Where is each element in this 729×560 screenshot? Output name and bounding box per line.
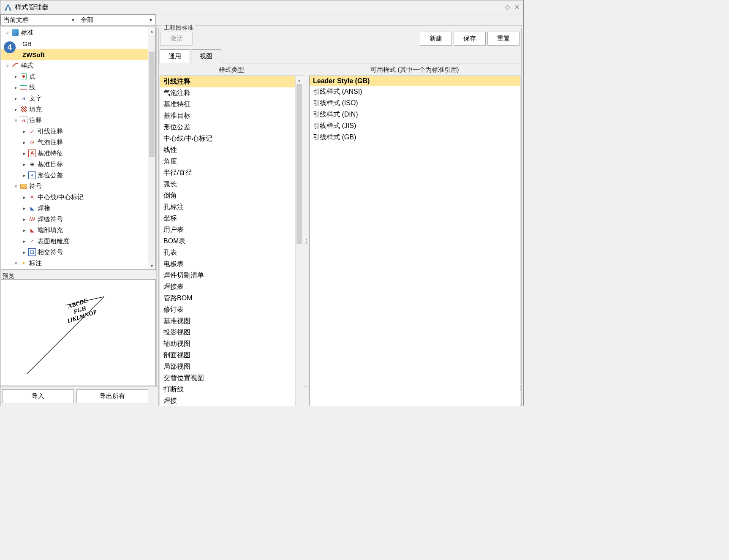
chevron-icon: ▿ bbox=[13, 184, 19, 189]
scroll-thumb[interactable] bbox=[296, 84, 302, 244]
tree-item[interactable]: ▸ꟿ焊缝符号 bbox=[1, 214, 155, 225]
tree-item-label: 端部填充 bbox=[38, 226, 63, 234]
style-type-item[interactable]: 打断线 bbox=[160, 384, 303, 395]
window-title: 样式管理器 bbox=[15, 3, 49, 12]
tree-item[interactable]: ▸A文字 bbox=[1, 93, 155, 104]
tree-item[interactable]: ▸◣端部填充 bbox=[1, 225, 155, 236]
style-type-item[interactable]: 孔标注 bbox=[160, 201, 303, 213]
import-button[interactable]: 导入 bbox=[2, 389, 74, 403]
style-type-item[interactable]: 修订表 bbox=[160, 304, 303, 315]
tree-item[interactable]: ▸填充 bbox=[1, 104, 155, 115]
style-type-list[interactable]: 引线注释气泡注释基准特征基准目标形位公差中心线/中心标记线性角度半径/直径弧长倒… bbox=[160, 76, 303, 406]
close-icon[interactable]: ✕ bbox=[514, 3, 520, 11]
tree-item[interactable]: ▸线 bbox=[1, 82, 155, 93]
tree-item-label: 线 bbox=[29, 84, 35, 92]
style-type-item[interactable]: 角度 bbox=[160, 156, 303, 167]
style-type-item[interactable]: 交替位置视图 bbox=[160, 372, 303, 384]
tree-item[interactable]: ▿A注释 bbox=[1, 115, 155, 126]
style-type-item[interactable]: 中心线/中心标记 bbox=[160, 133, 303, 144]
filter-combo[interactable]: 全部 ▼ bbox=[78, 14, 156, 25]
preview-label: 预览 bbox=[1, 272, 156, 280]
style-type-item[interactable]: 投影视图 bbox=[160, 327, 303, 338]
style-type-item[interactable]: 管路BOM bbox=[160, 293, 303, 304]
tree-item-label: 文字 bbox=[29, 95, 42, 103]
tree-item[interactable]: ▸↙引线注释 bbox=[1, 126, 155, 137]
available-style-item[interactable]: 引线样式 (ANSI) bbox=[310, 86, 520, 98]
style-type-item[interactable]: 局部视图 bbox=[160, 361, 303, 372]
tree-item[interactable]: ▿符号 bbox=[1, 181, 155, 192]
chevron-icon: ▿ bbox=[13, 261, 19, 266]
tree-item-label: 填充 bbox=[29, 106, 42, 114]
style-type-item[interactable]: 半径/直径 bbox=[160, 167, 303, 179]
tab-view[interactable]: 视图 bbox=[191, 49, 221, 63]
tree-item[interactable]: ▸◣焊接 bbox=[1, 203, 155, 214]
tree-scrollbar[interactable]: ▴ ▾ bbox=[148, 27, 155, 269]
tree-item[interactable]: ▸A基准特征 bbox=[1, 148, 155, 159]
style-type-item[interactable]: 孔表 bbox=[160, 247, 303, 258]
style-type-item[interactable]: 剖面视图 bbox=[160, 350, 303, 361]
tree-item[interactable]: ZWSoft bbox=[1, 49, 155, 60]
reset-button[interactable]: 重置 bbox=[487, 32, 520, 46]
activate-button[interactable]: 激活 bbox=[160, 32, 193, 46]
help-icon[interactable]: ◇ bbox=[505, 3, 510, 11]
chevron-icon: ▸ bbox=[13, 74, 19, 79]
style-type-item[interactable]: 焊件切割清单 bbox=[160, 270, 303, 281]
tree-item[interactable]: ▸⌖形位公差 bbox=[1, 170, 155, 181]
style-type-item[interactable]: 弧长 bbox=[160, 179, 303, 190]
tree-item[interactable]: ▸✓表面粗糙度 bbox=[1, 236, 155, 247]
style-manager-window: 样式管理器 ◇ ✕ 当前文档 ▼ 全部 ▼ 4 ▿标准GBZWSoft▿样式▸点… bbox=[0, 0, 524, 406]
style-type-item[interactable]: BOM表 bbox=[160, 236, 303, 247]
style-type-scrollbar[interactable]: ▴ ▾ bbox=[295, 76, 303, 406]
style-type-item[interactable]: 倒角 bbox=[160, 190, 303, 201]
tree-item[interactable]: ▿✦标注 bbox=[1, 258, 155, 269]
tree-item[interactable]: ▸✕中心线/中心标记 bbox=[1, 192, 155, 203]
save-button[interactable]: 保存 bbox=[454, 32, 486, 46]
export-all-button[interactable]: 导出所有 bbox=[76, 389, 148, 403]
available-style-item[interactable]: 引线样式 (JIS) bbox=[310, 120, 520, 132]
available-style-item[interactable]: 引线样式 (DIN) bbox=[310, 109, 520, 120]
tree-icon: A bbox=[28, 150, 36, 157]
tree-item[interactable]: GB bbox=[1, 38, 155, 49]
tab-general[interactable]: 通用 bbox=[160, 49, 190, 63]
style-type-item[interactable]: 坐标 bbox=[160, 213, 303, 224]
style-type-item[interactable]: 基准特征 bbox=[160, 99, 303, 110]
style-type-item[interactable]: 线性 bbox=[160, 144, 303, 156]
scroll-down-icon[interactable]: ▾ bbox=[148, 262, 155, 269]
preview-canvas: ABCDE FGH IJKLMNOP bbox=[1, 279, 156, 386]
tree-item[interactable]: ▿样式 bbox=[1, 60, 155, 71]
available-style-item[interactable]: 引线样式 (GB) bbox=[310, 132, 520, 143]
tree-item-label: 样式 bbox=[21, 62, 33, 70]
tree-item[interactable]: ▸⊙气泡注释 bbox=[1, 137, 155, 148]
tree-item[interactable]: ▸点 bbox=[1, 71, 155, 82]
splitter[interactable] bbox=[304, 64, 308, 406]
tree-item[interactable]: ▸⊡相交符号 bbox=[1, 247, 155, 258]
chevron-icon: ▸ bbox=[22, 195, 27, 200]
style-type-item[interactable]: 焊接表 bbox=[160, 281, 303, 293]
tab-row: 通用 视图 bbox=[160, 49, 520, 63]
tree-item[interactable]: ▸⊕基准目标 bbox=[1, 159, 155, 170]
style-type-item[interactable]: 焊接 bbox=[160, 395, 303, 406]
style-type-item[interactable]: 气泡注释 bbox=[160, 87, 303, 99]
tree-icon: ✕ bbox=[28, 193, 36, 201]
available-style-item[interactable]: Leader Style (GB) bbox=[310, 76, 520, 86]
new-button[interactable]: 新建 bbox=[420, 32, 452, 46]
style-type-item[interactable]: 辅助视图 bbox=[160, 338, 303, 350]
tree-item[interactable]: ▿标准 bbox=[1, 27, 155, 38]
tree-icon bbox=[20, 73, 27, 80]
style-type-item[interactable]: 用户表 bbox=[160, 224, 303, 236]
scope-combo[interactable]: 当前文档 ▼ bbox=[0, 14, 78, 25]
tree-item-label: 形位公差 bbox=[38, 171, 63, 179]
scroll-up-icon[interactable]: ▴ bbox=[296, 76, 303, 84]
style-type-item[interactable]: 基准目标 bbox=[160, 110, 303, 122]
available-style-item[interactable]: 引线样式 (ISO) bbox=[310, 98, 520, 109]
tree-item-label: 标注 bbox=[29, 259, 42, 267]
scroll-thumb[interactable] bbox=[149, 52, 155, 157]
tree-icon: ꟿ bbox=[28, 215, 36, 223]
style-tree[interactable]: 4 ▿标准GBZWSoft▿样式▸点▸线▸A文字▸填充▿A注释▸↙引线注释▸⊙气… bbox=[1, 27, 156, 270]
style-type-item[interactable]: 基准视图 bbox=[160, 315, 303, 327]
style-type-item[interactable]: 引线注释 bbox=[160, 76, 303, 87]
available-styles-list[interactable]: Leader Style (GB)引线样式 (ANSI)引线样式 (ISO)引线… bbox=[309, 76, 520, 406]
style-type-item[interactable]: 形位公差 bbox=[160, 122, 303, 133]
style-type-item[interactable]: 电极表 bbox=[160, 258, 303, 270]
scroll-up-icon[interactable]: ▴ bbox=[148, 27, 155, 35]
